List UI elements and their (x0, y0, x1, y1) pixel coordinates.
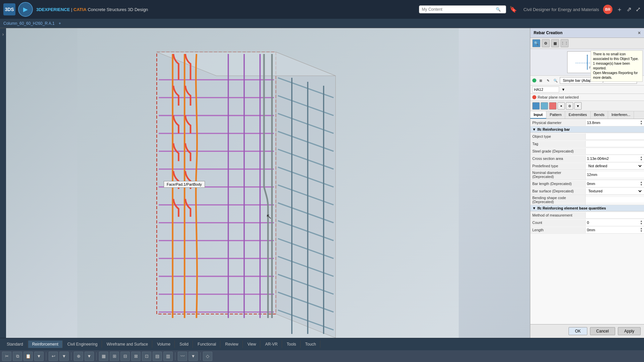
cross-section-input[interactable] (587, 157, 639, 161)
tab-input[interactable]: Input (530, 111, 546, 119)
svg-text:↖: ↖ (266, 213, 272, 221)
ifc-element-section[interactable]: ▼ Ifc Reinforcing element base quantitie… (530, 205, 644, 212)
tab-touch[interactable]: Touch (301, 341, 320, 348)
add-tab-icon[interactable]: + (59, 21, 61, 26)
bar-length-input[interactable] (587, 182, 639, 186)
steel-grade-input[interactable] (587, 149, 643, 153)
nominal-diameter-value (586, 172, 644, 177)
color-down-btn[interactable]: ▼ (574, 102, 582, 110)
tab-wireframe[interactable]: Wireframe and Surface (103, 341, 152, 348)
select-btn[interactable]: ⊕ (74, 352, 83, 361)
bar-surface-value: Textured (586, 188, 644, 194)
tab-bends[interactable]: Bends (591, 111, 608, 119)
bar-surface-select[interactable]: Textured (587, 189, 643, 193)
grid5-btn[interactable]: ⊡ (142, 352, 151, 361)
grid3-btn[interactable]: ⊟ (120, 352, 130, 361)
select-arrow[interactable]: ▼ (85, 352, 94, 361)
bar-length-label: Bar length (Deprecated) (530, 181, 586, 187)
bending-code-label: Bending shape code (Deprecated) (530, 195, 586, 205)
grid4-btn[interactable]: ⊠ (131, 352, 141, 361)
color-blue-btn[interactable] (532, 102, 540, 110)
bookmark-icon[interactable]: 🔖 (509, 6, 517, 13)
expand-icon[interactable]: ⤢ (636, 6, 641, 13)
status-row: Rebar plane not selected (530, 94, 644, 101)
app-title: 3DEXPERIENCE | CATIA Concrete Structures… (36, 7, 148, 12)
color-red-btn[interactable] (549, 102, 556, 110)
shape-btn[interactable]: ◇ (203, 352, 212, 361)
grid1-btn[interactable]: ▦ (99, 352, 108, 361)
method-input[interactable] (587, 213, 643, 217)
tool-search-btn[interactable]: 🔍 (532, 39, 540, 47)
ifc-reinforcing-section[interactable]: ▼ Ifc Reinforcing bar (530, 126, 644, 133)
tab-standard[interactable]: Standard (3, 341, 28, 348)
tab-ar-vr[interactable]: AR-VR (261, 341, 282, 348)
tab-view[interactable]: View (244, 341, 261, 348)
spin-down[interactable]: ▼ (640, 230, 643, 233)
bending-code-input[interactable] (587, 198, 643, 202)
tab-volume[interactable]: Volume (153, 341, 175, 348)
length-input[interactable] (587, 228, 639, 232)
tool-settings-btn[interactable]: ⚙ (542, 39, 550, 47)
document-tab[interactable]: Column_60_60_H260_R A.1 + (3, 21, 61, 26)
search-bar[interactable]: 🔍 (419, 5, 506, 13)
left-arrow-icon[interactable]: › (2, 32, 4, 37)
nominal-diameter-label: Nominal diameter (Deprecated) (530, 170, 586, 180)
apply-button[interactable]: Apply (618, 327, 641, 335)
wave-btn[interactable]: 〰 (178, 352, 187, 361)
paste-btn[interactable]: 📋 (23, 352, 33, 361)
color-pattern-btn[interactable]: ✦ (557, 102, 565, 110)
ok-button[interactable]: OK (569, 327, 587, 335)
spin-down[interactable]: ▼ (640, 223, 643, 225)
color-lightblue-btn[interactable] (541, 102, 548, 110)
tab-functional[interactable]: Functional (194, 341, 220, 348)
add-icon[interactable]: ＋ (616, 5, 623, 13)
nominal-diameter-input[interactable] (587, 173, 643, 177)
tab-solid[interactable]: Solid (175, 341, 193, 348)
search-icon[interactable]: 🔍 (496, 7, 501, 12)
ha-dropdown-arrow[interactable]: ▼ (561, 87, 565, 92)
properties-area: Physical diameter ▲ ▼ ▼ Ifc Reinforcing … (530, 119, 644, 324)
count-input[interactable] (587, 221, 639, 225)
spin-down[interactable]: ▼ (640, 159, 643, 161)
color-gear-btn[interactable]: ⚙ (566, 102, 573, 110)
tab-review[interactable]: Review (221, 341, 243, 348)
undo-btn[interactable]: ↩ (49, 352, 58, 361)
spin-down[interactable]: ▼ (640, 184, 643, 186)
section2-collapse-icon: ▼ (532, 206, 536, 210)
viewport-canvas: ↖ Face/Pad.1/PartBody (6, 28, 530, 338)
ha-input[interactable] (532, 86, 559, 93)
cancel-button[interactable]: Cancel (590, 327, 615, 335)
tab-civil-engineering[interactable]: Civil Engineering (63, 341, 102, 348)
method-label: Method of measurement (530, 212, 586, 218)
bending-code-row: Bending shape code (Deprecated) (530, 195, 644, 205)
grid2-btn[interactable]: ⊞ (110, 352, 119, 361)
tab-interference[interactable]: Interferen... (608, 111, 634, 119)
module-label: Concrete Structures 3D Design (88, 7, 148, 12)
share-icon[interactable]: ⇗ (627, 6, 632, 13)
physical-diameter-input[interactable] (587, 121, 639, 125)
grid7-btn[interactable]: ▥ (163, 352, 173, 361)
tab-extremities[interactable]: Extremities (565, 111, 590, 119)
tool-dots-btn[interactable]: ⋮⋮ (560, 39, 569, 47)
cut-btn[interactable]: ✂ (2, 352, 11, 361)
tab-reinforcement[interactable]: Reinforcement (28, 341, 63, 348)
tab-pattern[interactable]: Pattern (546, 111, 565, 119)
user-badge[interactable]: BR (603, 5, 612, 14)
tag-input[interactable] (587, 142, 643, 146)
tool-grid-btn[interactable]: ▦ (551, 39, 559, 47)
grid6-btn[interactable]: ▤ (153, 352, 162, 361)
predefined-type-select[interactable]: Not defined (587, 164, 643, 168)
object-type-input[interactable] (587, 134, 643, 138)
copy-btn[interactable]: ⧉ (13, 352, 22, 361)
tab-tools[interactable]: Tools (283, 341, 301, 348)
paste-arrow[interactable]: ▼ (34, 352, 44, 361)
panel-close-button[interactable]: × (638, 30, 641, 36)
viewport[interactable]: ↖ Face/Pad.1/PartBody (6, 28, 530, 338)
wave-arrow[interactable]: ▼ (189, 352, 198, 361)
table-icon: ⊞ (538, 77, 544, 83)
search-input[interactable] (422, 7, 496, 12)
undo-arrow[interactable]: ▼ (59, 352, 69, 361)
spin-down[interactable]: ▼ (640, 123, 643, 125)
steel-grade-label: Steel grade (Deprecated) (530, 148, 586, 154)
play-button[interactable]: ▶ (18, 2, 33, 17)
